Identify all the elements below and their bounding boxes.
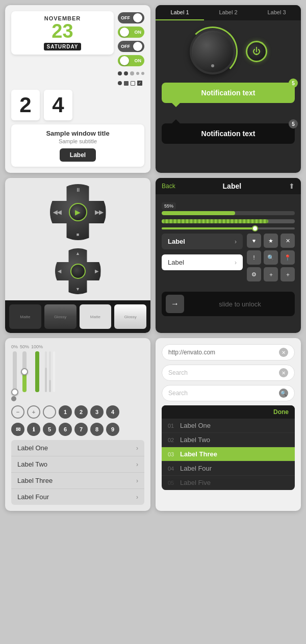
circle-minus[interactable]: − [11,405,24,419]
search-icon[interactable]: 🔍 [279,389,288,398]
slider-1[interactable] [162,227,295,229]
picker-row-1[interactable]: 01 Label One [162,419,295,433]
icon-heart[interactable]: ♥ [247,234,261,248]
slide-unlock[interactable]: → slide to unlock [162,292,295,316]
search-input-1[interactable]: Search ✕ [162,365,295,381]
power-button[interactable]: ⏻ [246,41,267,62]
icon-search[interactable]: 🔍 [264,250,278,265]
circle-4[interactable]: 4 [106,405,119,419]
url-input[interactable]: http://envato.com ✕ [162,344,295,360]
circle-plus[interactable]: + [27,405,40,419]
icon-plus-2[interactable]: ＋ [280,267,295,281]
slide-text: slide to unlock [189,300,291,308]
thin-vslider-2[interactable] [49,351,51,392]
list-item-2[interactable]: Label Two › [11,456,144,473]
icon-exclaim[interactable]: ! [247,250,261,265]
icon-pin[interactable]: 📍 [280,250,295,265]
toggle-2[interactable]: ON [118,27,144,38]
pause-button[interactable]: ⏸ [75,187,81,193]
list-item-label-1: Label [168,238,185,245]
icon-gear[interactable]: ⚙ [247,267,261,281]
stop-button[interactable]: ■ [76,232,79,237]
circle-5[interactable]: 5 [43,423,56,436]
share-icon[interactable]: ⬆ [289,182,295,190]
up-button[interactable]: ▲ [75,251,80,256]
list-item-arrow-1: › [235,238,237,245]
left-button[interactable]: ◀ [58,269,61,274]
picker-row-5[interactable]: 05 Label Five [162,476,295,490]
circle-7[interactable]: 7 [74,423,88,436]
fastforward-button[interactable]: ▶▶ [95,209,103,216]
window-button[interactable]: Label [60,148,96,162]
progress-track-2 [162,219,295,223]
icon-col: ♥ ★ ✕ ! 🔍 📍 ⚙ ＋ ＋ [247,234,295,281]
done-button[interactable]: Done [273,408,289,416]
vslider-100-track[interactable] [35,351,39,392]
list-arrow-2: › [136,461,138,468]
vslider-100-fill [35,351,39,392]
sliders-area: 55% Label › [156,194,301,288]
list-item-3[interactable]: Label Three › [11,473,144,489]
circle-empty[interactable] [43,405,56,419]
url-clear-button[interactable]: ✕ [279,348,288,357]
calendar-weekday: SATURDAY [44,43,82,50]
notification-dark-badge: 5 [289,119,298,128]
window-subtitle: Sample subtitle [16,138,139,144]
toggle-3[interactable]: OFF [118,41,144,52]
card-inputs: http://envato.com ✕ Search ✕ Search 🔍 Do… [156,338,301,511]
play-icon: ▶ [75,208,81,216]
toggle-4-knob [120,56,129,65]
vslider-0: 0% [11,344,18,392]
right-button[interactable]: ▶ [95,269,98,274]
circle-9[interactable]: 9 [106,423,119,436]
thin-vslider-1[interactable] [45,351,47,392]
search-input-2[interactable]: Search 🔍 [162,385,295,401]
back-button[interactable]: Back [162,183,175,190]
matte-dark-button-1[interactable]: Matte [9,304,41,329]
circle-6[interactable]: 6 [59,423,72,436]
list-arrow-1: › [136,445,138,452]
picker-row-3[interactable]: 03 Label Three [162,447,295,461]
tab-1[interactable]: Label 1 [156,5,204,20]
vslider-50-track[interactable] [22,351,27,392]
circle-3[interactable]: 3 [90,405,104,419]
circle-info[interactable]: ℹ [27,423,40,436]
toggle-2-label: ON [135,30,142,35]
search-1-clear[interactable]: ✕ [279,368,288,377]
circle-8[interactable]: 8 [90,423,104,436]
calendar-widget: NOVEMBER 23 SATURDAY [11,11,114,55]
glossy-light-button[interactable]: Glossy [114,304,146,329]
vslider-0-track[interactable] [13,351,17,392]
progress-track-1 [162,211,295,215]
icon-plus-1[interactable]: ＋ [264,267,278,281]
dot-1 [118,71,122,75]
list-item-dark-1[interactable]: Label › [162,234,243,249]
rotary-knob[interactable] [190,29,236,74]
progress-bar-2 [162,219,295,223]
dpad-small: ▲ ◀ ▶ ▼ [55,248,101,294]
glossy-dark-button[interactable]: Glossy [44,304,76,329]
matte-light-button[interactable]: Matte [80,304,112,329]
icon-close[interactable]: ✕ [280,234,295,248]
list-arrow-3: › [136,477,138,484]
rewind-button[interactable]: ◀◀ [53,209,61,216]
list-item-1[interactable]: Label One › [11,440,144,456]
thin-vslider-3[interactable] [53,351,55,392]
toggle-1[interactable]: OFF [118,12,144,23]
tab-2[interactable]: Label 2 [204,5,252,20]
circle-2[interactable]: 2 [74,405,88,419]
toggle-4[interactable]: ON [118,55,144,66]
down-button[interactable]: ▼ [75,287,80,292]
url-input-value: http://envato.com [168,349,275,356]
list-item-light-1[interactable]: Label › [162,254,243,270]
picker-row-4[interactable]: 04 Label Four [162,461,295,476]
icon-star[interactable]: ★ [264,234,278,248]
tab-3[interactable]: Label 3 [252,5,301,20]
picker-row-2[interactable]: 02 Label Two [162,433,295,447]
circle-mail[interactable]: ✉ [11,423,24,436]
list-item-arrow-2: › [235,259,237,266]
knob-dot [211,64,214,67]
play-button[interactable]: ▶ [69,203,87,221]
list-item-4[interactable]: Label Four › [11,489,144,505]
circle-1[interactable]: 1 [59,405,72,419]
